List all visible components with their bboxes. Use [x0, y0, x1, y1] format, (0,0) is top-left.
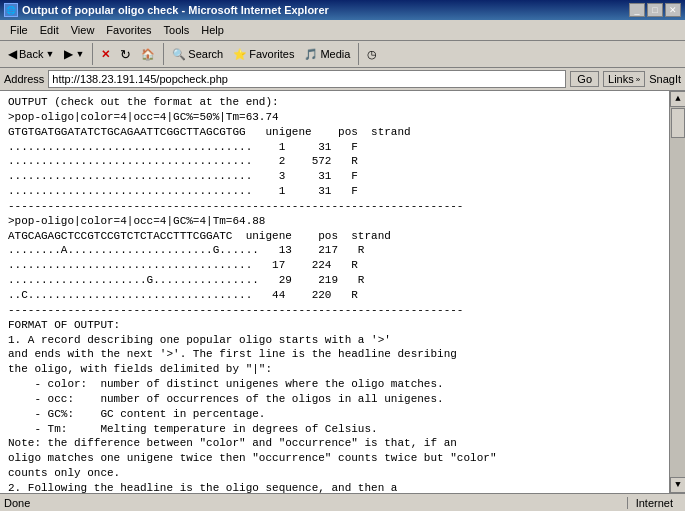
snagit-icon: SnagIt — [649, 73, 681, 85]
menubar: File Edit View Favorites Tools Help — [0, 20, 685, 41]
search-icon: 🔍 — [172, 48, 186, 61]
menu-view[interactable]: View — [65, 22, 101, 38]
links-button[interactable]: Links » — [603, 71, 645, 87]
titlebar: 🌐 Output of popular oligo check - Micros… — [0, 0, 685, 20]
scroll-track[interactable] — [670, 107, 685, 477]
scroll-down-button[interactable]: ▼ — [670, 477, 685, 493]
search-label: Search — [188, 48, 223, 60]
history-button[interactable]: ◷ — [363, 46, 381, 63]
favorites-button[interactable]: ⭐ Favorites — [229, 46, 298, 63]
separator-1 — [92, 43, 93, 65]
search-button[interactable]: 🔍 Search — [168, 46, 227, 63]
separator-2 — [163, 43, 164, 65]
history-icon: ◷ — [367, 48, 377, 61]
titlebar-left: 🌐 Output of popular oligo check - Micros… — [4, 3, 329, 17]
media-label: Media — [320, 48, 350, 60]
home-button[interactable]: 🏠 — [137, 46, 159, 63]
browser-icon: 🌐 — [4, 3, 18, 17]
media-icon: 🎵 — [304, 48, 318, 61]
address-input[interactable] — [48, 70, 566, 88]
toolbar: ◀ Back ▼ ▶ ▼ ✕ ↻ 🏠 🔍 Search ⭐ Favorites … — [0, 41, 685, 68]
minimize-button[interactable]: _ — [629, 3, 645, 17]
addressbar: Address Go Links » SnagIt — [0, 68, 685, 91]
maximize-button[interactable]: □ — [647, 3, 663, 17]
scroll-up-button[interactable]: ▲ — [670, 91, 685, 107]
menu-tools[interactable]: Tools — [158, 22, 196, 38]
status-text: Done — [4, 497, 627, 509]
favorites-label: Favorites — [249, 48, 294, 60]
home-icon: 🏠 — [141, 48, 155, 61]
links-dropdown-icon: » — [636, 75, 640, 84]
menu-file[interactable]: File — [4, 22, 34, 38]
statusbar: Done Internet — [0, 493, 685, 511]
favorites-icon: ⭐ — [233, 48, 247, 61]
refresh-button[interactable]: ↻ — [116, 45, 135, 64]
back-arrow-icon: ◀ — [8, 47, 17, 61]
back-label: Back — [19, 48, 43, 60]
menu-help[interactable]: Help — [195, 22, 230, 38]
media-button[interactable]: 🎵 Media — [300, 46, 354, 63]
vertical-scrollbar[interactable]: ▲ ▼ — [669, 91, 685, 493]
scroll-thumb[interactable] — [671, 108, 685, 138]
go-button[interactable]: Go — [570, 71, 599, 87]
address-label: Address — [4, 73, 44, 85]
links-label: Links — [608, 73, 634, 85]
close-button[interactable]: ✕ — [665, 3, 681, 17]
window-title: Output of popular oligo check - Microsof… — [22, 4, 329, 16]
output-text: OUTPUT (check out the format at the end)… — [8, 95, 661, 493]
back-dropdown-icon: ▼ — [45, 49, 54, 59]
forward-button[interactable]: ▶ ▼ — [60, 45, 88, 63]
forward-arrow-icon: ▶ — [64, 47, 73, 61]
refresh-icon: ↻ — [120, 47, 131, 62]
stop-button[interactable]: ✕ — [97, 46, 114, 63]
content-area: OUTPUT (check out the format at the end)… — [0, 91, 685, 493]
forward-dropdown-icon: ▼ — [75, 49, 84, 59]
separator-3 — [358, 43, 359, 65]
window-controls[interactable]: _ □ ✕ — [629, 3, 681, 17]
menu-edit[interactable]: Edit — [34, 22, 65, 38]
main-content[interactable]: OUTPUT (check out the format at the end)… — [0, 91, 669, 493]
status-zone: Internet — [627, 497, 681, 509]
stop-icon: ✕ — [101, 48, 110, 61]
back-button[interactable]: ◀ Back ▼ — [4, 45, 58, 63]
menu-favorites[interactable]: Favorites — [100, 22, 157, 38]
